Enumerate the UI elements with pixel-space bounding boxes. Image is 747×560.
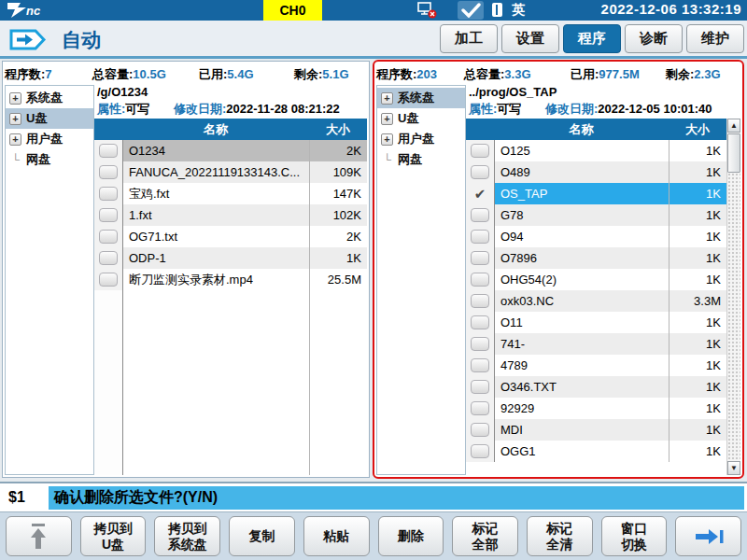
table-row[interactable]: O1251K bbox=[466, 140, 726, 161]
table-row[interactable]: O4891K bbox=[466, 161, 726, 183]
mark-checkbox[interactable] bbox=[471, 251, 489, 265]
mark-checkbox[interactable] bbox=[471, 423, 489, 437]
table-row[interactable]: 断刀监测实录素材.mp425.5M bbox=[94, 269, 367, 290]
mark-checkbox[interactable] bbox=[99, 230, 118, 244]
mark-checkbox[interactable] bbox=[471, 315, 489, 329]
file-list-scrollbar[interactable]: ▲ ▼ bbox=[726, 119, 740, 475]
brand-logo-icon: nc bbox=[6, 1, 62, 20]
right-tree-system-disk[interactable]: +系统盘 bbox=[377, 88, 465, 108]
table-row[interactable]: OGG11K bbox=[466, 441, 726, 462]
right-tree-net-disk[interactable]: └网盘 bbox=[377, 149, 465, 170]
copy-button[interactable]: 复制 bbox=[229, 516, 295, 556]
right-total-capacity: 3.3G bbox=[504, 67, 530, 81]
column-name-header: 名称 bbox=[494, 119, 669, 140]
mark-checkbox[interactable] bbox=[471, 294, 489, 308]
left-tree-usb-disk[interactable]: +U盘 bbox=[6, 108, 93, 129]
tab-maintenance[interactable]: 维护 bbox=[686, 24, 744, 53]
datetime-display: 2022-12-06 13:32:19 bbox=[601, 1, 741, 17]
table-row[interactable]: O346.TXT1K bbox=[466, 376, 726, 398]
next-menu-button[interactable] bbox=[675, 516, 741, 556]
scrollbar-track[interactable] bbox=[727, 173, 740, 461]
channel-badge: CH0 bbox=[263, 0, 322, 21]
delete-button[interactable]: 删除 bbox=[378, 516, 444, 556]
network-error-icon bbox=[417, 2, 438, 19]
left-file-panel: 程序数:7 总容量:10.5G 已用:5.4G 剩余:5.1G +系统盘 +U盘… bbox=[2, 61, 370, 478]
right-used-capacity: 977.5M bbox=[599, 67, 639, 81]
return-top-button[interactable] bbox=[6, 516, 72, 556]
mark-checkbox[interactable] bbox=[471, 401, 489, 415]
table-row[interactable]: FANUCA_20221119133143.C...109K bbox=[94, 161, 367, 183]
status-check-icon bbox=[458, 1, 484, 20]
mark-checkbox[interactable] bbox=[471, 208, 489, 222]
window-switch-button[interactable]: 窗口切换 bbox=[601, 516, 668, 556]
document-state-icon bbox=[492, 3, 502, 17]
table-row[interactable]: OG71.txt2K bbox=[94, 226, 367, 247]
marked-check-icon[interactable]: ✔ bbox=[474, 187, 486, 201]
scroll-down-icon[interactable]: ▼ bbox=[727, 461, 740, 475]
table-row[interactable]: O78961K bbox=[466, 247, 726, 269]
mark-checkbox[interactable] bbox=[99, 208, 118, 222]
tab-settings[interactable]: 设置 bbox=[501, 24, 559, 53]
table-row[interactable]: 929291K bbox=[466, 398, 726, 419]
table-row[interactable]: O941K bbox=[466, 226, 726, 247]
table-row[interactable]: 1.fxt102K bbox=[94, 204, 367, 226]
table-row[interactable]: O12342K bbox=[94, 140, 367, 161]
expand-icon[interactable]: + bbox=[381, 133, 393, 146]
mark-checkbox[interactable] bbox=[471, 444, 489, 458]
table-row[interactable]: 741-1K bbox=[466, 333, 726, 355]
right-tree-user-disk[interactable]: +用户盘 bbox=[377, 129, 465, 149]
mark-checkbox[interactable] bbox=[99, 144, 118, 158]
right-drive-tree: +系统盘 +U盘 +用户盘 └网盘 bbox=[376, 85, 466, 475]
left-current-path: /g/O1234 bbox=[94, 85, 367, 101]
language-indicator[interactable]: 英 bbox=[512, 2, 525, 19]
scroll-up-icon[interactable]: ▲ bbox=[727, 119, 740, 133]
mark-checkbox[interactable] bbox=[471, 230, 489, 244]
mark-checkbox[interactable] bbox=[99, 187, 118, 201]
mark-checkbox[interactable] bbox=[471, 273, 489, 287]
clear-marks-button[interactable]: 标记全清 bbox=[527, 516, 593, 556]
tab-program[interactable]: 程序 bbox=[563, 24, 621, 53]
table-row[interactable]: OHG54(2)1K bbox=[466, 269, 726, 290]
copy-to-system-button[interactable]: 拷贝到系统盘 bbox=[154, 516, 220, 556]
expand-icon[interactable]: + bbox=[9, 92, 21, 105]
copy-to-usb-button[interactable]: 拷贝到U盘 bbox=[80, 516, 147, 556]
mark-checkbox[interactable] bbox=[471, 380, 489, 394]
tab-diagnosis[interactable]: 诊断 bbox=[625, 24, 683, 53]
mark-checkbox[interactable] bbox=[99, 251, 118, 265]
right-file-table: 名称 大小 O1251K O4891K ✔OS_TAP1K G781K O941… bbox=[466, 119, 726, 475]
table-row-selected[interactable]: ✔OS_TAP1K bbox=[466, 183, 726, 204]
expand-icon[interactable]: + bbox=[381, 113, 393, 125]
message-bar: $1 确认删除所选文件?(Y/N) bbox=[0, 482, 747, 511]
nav-bar: 自动 加工 设置 程序 诊断 维护 bbox=[0, 21, 747, 59]
file-manager-area: 程序数:7 总容量:10.5G 已用:5.4G 剩余:5.1G +系统盘 +U盘… bbox=[0, 59, 747, 482]
left-free-capacity: 5.1G bbox=[322, 67, 348, 81]
left-attr-line: 属性:可写 修改日期:2022-11-28 08:21:22 bbox=[94, 101, 367, 119]
table-row[interactable]: MDI1K bbox=[466, 419, 726, 441]
left-tree-system-disk[interactable]: +系统盘 bbox=[6, 88, 93, 108]
left-tree-net-disk[interactable]: └网盘 bbox=[6, 149, 93, 170]
mark-checkbox[interactable] bbox=[99, 165, 118, 179]
table-row[interactable]: ODP-11K bbox=[94, 247, 367, 269]
right-attr-line: 属性:可写 修改日期:2022-12-05 10:01:40 bbox=[466, 101, 740, 119]
table-row[interactable]: 宝鸡.fxt147K bbox=[94, 183, 367, 204]
up-arrow-icon bbox=[26, 523, 50, 551]
expand-icon[interactable]: + bbox=[9, 113, 21, 125]
mark-checkbox[interactable] bbox=[471, 337, 489, 351]
mark-checkbox[interactable] bbox=[471, 358, 489, 372]
paste-button[interactable]: 粘贴 bbox=[303, 516, 370, 556]
table-row[interactable]: G781K bbox=[466, 204, 726, 226]
table-row[interactable]: oxk03.NC3.3M bbox=[466, 290, 726, 312]
mark-checkbox[interactable] bbox=[471, 144, 489, 158]
tab-machining[interactable]: 加工 bbox=[440, 24, 498, 53]
left-tree-user-disk[interactable]: +用户盘 bbox=[6, 129, 93, 149]
scrollbar-thumb[interactable] bbox=[727, 133, 740, 173]
table-row[interactable]: 47891K bbox=[466, 355, 726, 376]
right-tree-usb-disk[interactable]: +U盘 bbox=[377, 108, 465, 129]
mark-checkbox[interactable] bbox=[471, 165, 489, 179]
table-row[interactable]: O111K bbox=[466, 312, 726, 333]
expand-icon[interactable]: + bbox=[381, 92, 393, 105]
left-used-capacity: 5.4G bbox=[227, 67, 253, 81]
expand-icon[interactable]: + bbox=[9, 133, 21, 146]
mark-checkbox[interactable] bbox=[99, 273, 118, 287]
mark-all-button[interactable]: 标记全部 bbox=[452, 516, 518, 556]
